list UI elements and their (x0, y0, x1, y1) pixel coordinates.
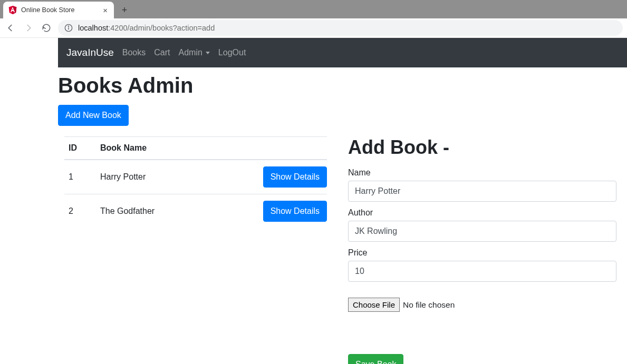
url-bar[interactable]: localhost:4200/admin/books?action=add (58, 20, 623, 36)
new-tab-button[interactable]: + (117, 3, 132, 17)
tab-title: Online Book Store (21, 6, 74, 14)
cell-id: 1 (64, 160, 96, 194)
close-tab-icon[interactable]: × (102, 6, 109, 15)
cell-name: The Godfather (96, 194, 248, 229)
page-title: Books Admin (58, 74, 627, 97)
browser-tab[interactable]: Online Book Store × (3, 2, 114, 18)
site-info-icon[interactable] (64, 24, 73, 32)
brand[interactable]: JavaInUse (66, 47, 114, 58)
show-details-button[interactable]: Show Details (263, 201, 327, 222)
price-field[interactable] (348, 261, 616, 282)
cell-id: 2 (64, 194, 96, 229)
svg-point-4 (68, 26, 69, 26)
col-name-header: Book Name (96, 137, 248, 160)
table-row: 1 Harry Potter Show Details (64, 160, 327, 194)
browser-address-bar: localhost:4200/admin/books?action=add (0, 18, 627, 38)
form-title: Add Book - (348, 136, 616, 159)
price-label: Price (348, 248, 616, 258)
save-book-button[interactable]: Save Book (348, 354, 403, 364)
author-field[interactable] (348, 221, 616, 242)
forward-icon[interactable] (22, 22, 35, 34)
add-new-book-button[interactable]: Add New Book (58, 105, 129, 126)
nav-cart[interactable]: Cart (154, 48, 170, 57)
nav-books[interactable]: Books (122, 48, 146, 57)
name-field[interactable] (348, 181, 616, 202)
app-navbar: JavaInUse Books Cart Admin LogOut (58, 38, 627, 67)
no-file-text: No file chosen (403, 300, 455, 310)
choose-file-button[interactable]: Choose File (348, 298, 400, 312)
author-label: Author (348, 208, 616, 218)
back-icon[interactable] (4, 22, 17, 34)
nav-logout[interactable]: LogOut (218, 48, 246, 57)
cell-name: Harry Potter (96, 160, 248, 194)
show-details-button[interactable]: Show Details (263, 166, 327, 188)
books-table: ID Book Name 1 Harry Potter Show Details (64, 136, 327, 228)
table-row: 2 The Godfather Show Details (64, 194, 327, 229)
browser-tab-strip: Online Book Store × + (0, 0, 627, 18)
nav-admin-dropdown[interactable]: Admin (178, 48, 209, 57)
name-label: Name (348, 168, 616, 178)
reload-icon[interactable] (40, 22, 53, 34)
col-action-header (248, 137, 327, 160)
url-text: localhost:4200/admin/books?action=add (78, 24, 215, 32)
angular-favicon-icon (8, 6, 17, 14)
col-id-header: ID (64, 137, 96, 160)
chevron-down-icon (206, 52, 210, 54)
